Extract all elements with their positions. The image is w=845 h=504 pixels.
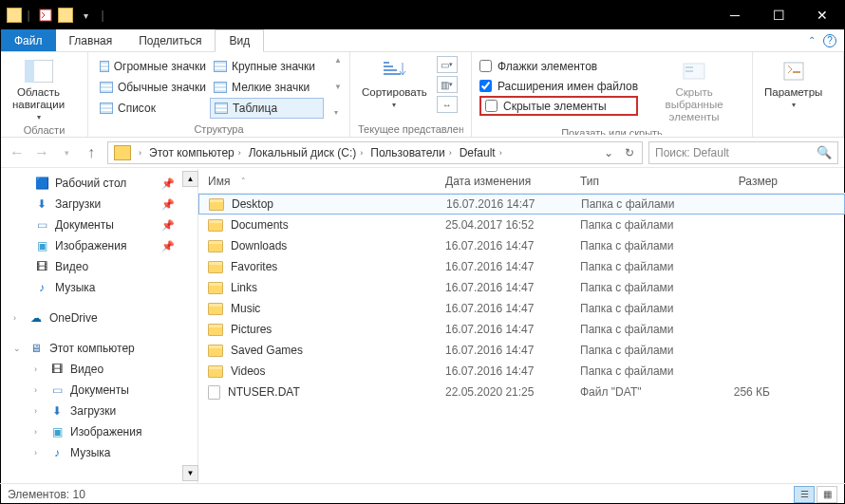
tree-item-pictures[interactable]: ›▣Изображения — [0, 421, 197, 442]
tab-view[interactable]: Вид — [215, 29, 264, 52]
layout-icon — [214, 82, 227, 93]
address-dropdown-icon[interactable]: ⌄ — [598, 142, 619, 163]
close-button[interactable]: ✕ — [800, 1, 844, 29]
column-header-date[interactable]: Дата изменения — [436, 175, 571, 188]
layout-normal-icons[interactable]: Обычные значки — [96, 77, 210, 98]
tree-item-downloads[interactable]: ⬇Загрузки📌 — [0, 194, 197, 215]
file-date: 16.07.2016 14:47 — [436, 239, 571, 252]
size-columns-button[interactable]: ↔ — [437, 96, 458, 113]
maximize-button[interactable]: ☐ — [757, 1, 800, 29]
layout-large-icons[interactable]: Крупные значки — [210, 56, 324, 77]
tree-item-onedrive[interactable]: ›☁OneDrive — [0, 308, 197, 328]
checkbox-input[interactable] — [479, 80, 492, 92]
tree-item-downloads[interactable]: ›⬇Загрузки — [0, 401, 197, 421]
breadcrumb-segment[interactable]: Default› — [456, 146, 506, 159]
scroll-down-icon[interactable]: ▼ — [334, 83, 342, 91]
navigation-pane-button[interactable]: Область навигации ▾ — [9, 56, 68, 123]
help-icon[interactable]: ? — [823, 34, 836, 47]
expand-icon[interactable]: ⌄ — [13, 344, 23, 353]
collapse-ribbon-icon[interactable]: ⌃ — [808, 35, 816, 46]
breadcrumb-segment[interactable]: Этот компьютер› — [145, 146, 245, 159]
refresh-icon[interactable]: ↻ — [619, 142, 640, 163]
breadcrumb-segment[interactable]: Пользователи› — [366, 146, 455, 159]
search-box[interactable]: Поиск: Default 🔍 — [648, 141, 838, 164]
tree-item-music[interactable]: ›♪Музыка — [0, 442, 197, 463]
expand-icon[interactable]: ▾ — [334, 108, 342, 117]
hide-selected-button[interactable]: Скрыть выбранные элементы — [644, 56, 744, 126]
tree-item-desktop[interactable]: 🟦Рабочий стол📌 — [0, 173, 197, 194]
sort-button[interactable]: Сортировать ▾ — [358, 56, 431, 111]
tree-item-videos[interactable]: ›🎞Видео — [0, 359, 197, 380]
minimize-button[interactable]: ─ — [713, 1, 757, 29]
group-by-button[interactable]: ▭▾ — [437, 56, 458, 73]
tab-home[interactable]: Главная — [56, 29, 126, 51]
tab-file[interactable]: Файл — [1, 29, 56, 51]
layout-icon — [100, 82, 113, 93]
tree-item-documents[interactable]: ▭Документы📌 — [0, 215, 197, 235]
tab-share[interactable]: Поделиться — [125, 29, 215, 51]
breadcrumb-segment[interactable]: Локальный диск (C:)› — [245, 146, 367, 159]
file-row[interactable]: Favorites16.07.2016 14:47Папка с файлами — [198, 256, 845, 277]
file-row[interactable]: Music16.07.2016 14:47Папка с файлами — [198, 298, 845, 319]
expand-icon[interactable]: › — [34, 448, 44, 457]
new-folder-icon[interactable] — [58, 8, 73, 23]
tree-item-music[interactable]: ♪Музыка — [0, 277, 197, 298]
view-large-icons-button[interactable]: ▦ — [817, 486, 837, 503]
column-header-size[interactable]: Размер — [696, 175, 787, 188]
scroll-up-icon[interactable]: ▲ — [334, 56, 342, 65]
properties-icon[interactable] — [35, 5, 56, 26]
titlebar: | ▾ | ─ ☐ ✕ — [1, 1, 844, 29]
layout-list[interactable]: Список — [96, 98, 210, 119]
add-columns-button[interactable]: ▥▾ — [437, 76, 458, 93]
file-row[interactable]: NTUSER.DAT22.05.2020 21:25Файл "DAT"256 … — [198, 382, 845, 402]
checkbox-input[interactable] — [485, 100, 498, 112]
file-row[interactable]: Downloads16.07.2016 14:47Папка с файлами — [198, 235, 845, 256]
ribbon: Область навигации ▾ Области Огромные зна… — [1, 52, 844, 138]
layout-huge-icons[interactable]: Огромные значки — [96, 56, 210, 77]
expand-icon[interactable]: › — [34, 427, 44, 437]
qat-dropdown-icon[interactable]: ▾ — [75, 5, 96, 26]
tree-scroll-down[interactable]: ▼ — [182, 465, 198, 481]
checkbox-label: Флажки элементов — [498, 60, 597, 73]
file-row[interactable]: Saved Games16.07.2016 14:47Папка с файла… — [198, 340, 845, 361]
breadcrumb-segment[interactable]: › — [135, 148, 145, 158]
file-row[interactable]: Links16.07.2016 14:47Папка с файлами — [198, 277, 845, 298]
back-button[interactable]: ← — [7, 142, 28, 163]
expand-icon[interactable]: › — [34, 406, 44, 416]
pin-icon: 📌 — [161, 219, 175, 232]
file-row[interactable]: Desktop16.07.2016 14:47Папка с файлами — [198, 194, 845, 215]
expand-icon[interactable]: › — [34, 364, 44, 374]
checkbox-hidden-items[interactable]: Скрытые элементы — [479, 96, 638, 116]
svg-rect-5 — [384, 69, 397, 71]
history-dropdown[interactable]: ▾ — [56, 142, 77, 163]
tree-item-pictures[interactable]: ▣Изображения📌 — [0, 235, 197, 256]
expand-icon[interactable]: › — [34, 385, 44, 395]
checkbox-input[interactable] — [479, 60, 492, 72]
svg-rect-0 — [40, 9, 51, 21]
breadcrumb-label: Пользователи — [370, 146, 444, 159]
forward-button[interactable]: → — [31, 142, 52, 163]
address-bar[interactable]: › Этот компьютер› Локальный диск (C:)› П… — [107, 141, 643, 164]
file-row[interactable]: Documents25.04.2017 16:52Папка с файлами — [198, 215, 845, 235]
column-header-type[interactable]: Тип — [571, 175, 696, 188]
chevron-right-icon: › — [238, 148, 241, 158]
tree-item-this-pc[interactable]: ⌄🖥Этот компьютер — [0, 338, 197, 359]
layout-small-icons[interactable]: Мелкие значки — [210, 77, 324, 98]
tree-scroll-up[interactable]: ▲ — [182, 171, 198, 187]
checkbox-file-extensions[interactable]: Расширения имен файлов — [479, 76, 638, 96]
file-date: 16.07.2016 14:47 — [436, 364, 571, 378]
music-icon: ♪ — [34, 281, 49, 294]
expand-icon[interactable]: › — [13, 313, 23, 323]
documents-icon: ▭ — [34, 218, 49, 232]
up-button[interactable]: ↑ — [81, 142, 102, 163]
tree-item-documents[interactable]: ›▭Документы — [0, 380, 197, 401]
checkbox-item-checkboxes[interactable]: Флажки элементов — [479, 56, 638, 76]
tree-item-videos[interactable]: 🎞Видео — [0, 256, 197, 277]
file-row[interactable]: Videos16.07.2016 14:47Папка с файлами — [198, 361, 845, 382]
folder-icon — [208, 240, 223, 252]
view-details-button[interactable]: ☰ — [794, 486, 815, 503]
file-row[interactable]: Pictures16.07.2016 14:47Папка с файлами — [198, 319, 845, 340]
layout-details[interactable]: Таблица — [210, 98, 324, 119]
options-button[interactable]: Параметры ▾ — [760, 56, 826, 111]
column-header-name[interactable]: Имя˄ — [198, 175, 436, 188]
